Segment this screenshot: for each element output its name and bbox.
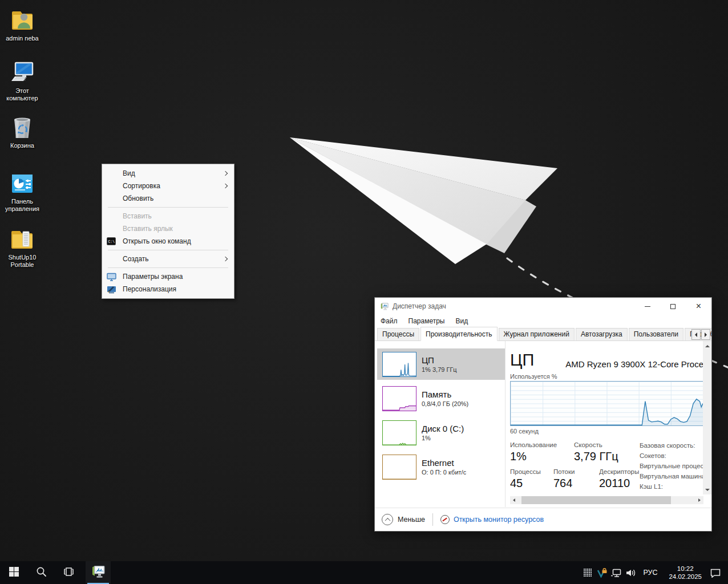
info-label: Виртуальные процессоры: bbox=[640, 461, 704, 471]
cpu-heading: ЦП bbox=[510, 351, 534, 369]
tab-label: Производительность bbox=[426, 330, 492, 338]
chevron-up-circle-icon bbox=[382, 514, 393, 525]
scroll-right-icon[interactable] bbox=[695, 496, 703, 504]
maximize-button[interactable] bbox=[660, 298, 686, 315]
submenu-chevron-icon bbox=[223, 257, 228, 261]
taskbar-task-manager-button[interactable] bbox=[86, 561, 111, 584]
vertical-scrollbar[interactable] bbox=[703, 341, 711, 494]
mini-graph bbox=[382, 352, 416, 377]
desktop-icon-label: admin neba bbox=[0, 35, 45, 42]
desktop-icon-folder-app[interactable]: ShutUp10 Portable bbox=[0, 225, 45, 269]
sidebar-item-memory[interactable]: Память0,8/4,0 ГБ (20%) bbox=[377, 383, 505, 414]
stat-value: 45 bbox=[510, 477, 553, 490]
language-indicator[interactable]: РУС bbox=[638, 569, 662, 577]
hidden-icons-grid-icon[interactable] bbox=[581, 561, 595, 584]
tray-icons bbox=[581, 561, 638, 584]
sidebar-item-disk[interactable]: Диск 0 (C:)1% bbox=[377, 417, 505, 448]
open-resource-monitor-link[interactable]: Открыть монитор ресурсов bbox=[440, 515, 544, 524]
close-button[interactable]: × bbox=[686, 298, 711, 315]
desktop-icon-label: Этот компьютер bbox=[0, 87, 45, 102]
minimize-button[interactable] bbox=[634, 298, 660, 315]
info-label: Сокетов: bbox=[640, 451, 704, 461]
cpu-usage-chart bbox=[510, 381, 703, 426]
scroll-up-icon[interactable] bbox=[703, 342, 711, 350]
tab-scroll-arrows bbox=[691, 329, 710, 340]
network-icon[interactable] bbox=[609, 561, 624, 584]
context-menu-item[interactable]: C:\Открыть окно команд bbox=[102, 235, 234, 248]
stat-cell: Использование1% bbox=[510, 441, 574, 468]
horizontal-scrollbar[interactable] bbox=[510, 496, 703, 504]
context-menu-item[interactable]: Обновить bbox=[102, 192, 234, 205]
context-menu: ВидСортировкаОбновитьВставитьВставить яр… bbox=[102, 164, 234, 299]
hscroll-thumb[interactable] bbox=[521, 496, 671, 504]
sidebar-item-cpu[interactable]: ЦП1% 3,79 ГГц bbox=[377, 348, 505, 380]
tab-5[interactable]: Пользователи bbox=[629, 328, 683, 341]
context-menu-item[interactable]: Создать bbox=[102, 253, 234, 265]
chart-top-label: Используется % bbox=[510, 373, 703, 380]
tab-3[interactable]: Журнал приложений bbox=[499, 328, 575, 341]
menu-item-label: Параметры экрана bbox=[123, 273, 183, 281]
action-center-icon[interactable] bbox=[708, 561, 722, 584]
hscroll-track[interactable] bbox=[518, 496, 695, 504]
stat-value: 764 bbox=[553, 477, 599, 490]
start-icon bbox=[9, 567, 19, 579]
context-menu-item[interactable]: Вид bbox=[102, 167, 234, 180]
context-menu-item[interactable]: Вставить ярлык bbox=[102, 222, 234, 235]
tab-1[interactable]: Процессы bbox=[377, 328, 419, 341]
cpu-stats: Базовая скорость:Сокетов:Виртуальные про… bbox=[510, 441, 703, 496]
tab-2[interactable]: Производительность bbox=[420, 327, 497, 341]
scroll-down-icon[interactable] bbox=[703, 485, 711, 494]
menu-параметры[interactable]: Параметры bbox=[409, 317, 445, 325]
footer-divider bbox=[432, 513, 433, 526]
stat-value: 1% bbox=[510, 450, 574, 463]
context-menu-item[interactable]: Параметры экрана bbox=[102, 270, 234, 283]
fewer-details-button[interactable]: Меньше bbox=[382, 514, 425, 525]
info-label: Базовая скорость: bbox=[640, 440, 704, 451]
sidebar-item-text: EthernetО: 0 П: 0 кбит/с bbox=[422, 458, 466, 476]
sidebar-item-name: ЦП bbox=[422, 355, 457, 365]
recycle-bin-icon bbox=[0, 113, 45, 140]
taskbar-task-view-button[interactable] bbox=[55, 561, 82, 584]
menu-item-icon-slot bbox=[107, 212, 119, 221]
desktop-icon-control-panel[interactable]: Панель управления bbox=[0, 169, 45, 213]
sidebar-item-name: Память bbox=[422, 390, 468, 399]
taskbar-start-button[interactable] bbox=[0, 561, 27, 584]
desktop-icon-recycle-bin[interactable]: Корзина bbox=[0, 113, 45, 149]
context-menu-item[interactable]: Персонализация bbox=[102, 283, 234, 295]
tab-scroll-right-icon[interactable] bbox=[701, 329, 710, 340]
desktop-icon-computer[interactable]: Этот компьютер bbox=[0, 58, 45, 102]
cpu-info-column: Базовая скорость:Сокетов:Виртуальные про… bbox=[640, 440, 704, 492]
clock[interactable]: 10:22 24.02.2025 bbox=[662, 565, 708, 581]
tab-scroll-left-icon[interactable] bbox=[691, 329, 701, 340]
context-menu-item[interactable]: Сортировка bbox=[102, 180, 234, 192]
menu-item-label: Вставить bbox=[123, 212, 152, 220]
veracrypt-icon[interactable] bbox=[595, 561, 609, 584]
menu-файл[interactable]: Файл bbox=[381, 317, 398, 325]
titlebar[interactable]: Диспетчер задач × bbox=[375, 298, 711, 315]
stat-label: Использование bbox=[510, 441, 574, 448]
taskbar-left bbox=[0, 561, 82, 584]
menu-вид[interactable]: Вид bbox=[455, 317, 468, 325]
volume-icon[interactable] bbox=[624, 561, 638, 584]
desktop-icon-user-folder[interactable]: admin neba bbox=[0, 6, 45, 42]
menu-item-label: Персонализация bbox=[123, 285, 176, 293]
menu-separator bbox=[108, 267, 228, 268]
desktop-icon-label: ShutUp10 Portable bbox=[0, 254, 45, 269]
taskbar-search-button[interactable] bbox=[27, 561, 55, 584]
clock-time: 10:22 bbox=[669, 565, 702, 573]
tab-4[interactable]: Автозагрузка bbox=[576, 328, 628, 341]
resource-monitor-label: Открыть монитор ресурсов bbox=[454, 516, 544, 524]
desktop-icon-label: Панель управления bbox=[0, 198, 45, 213]
submenu-chevron-icon bbox=[223, 184, 228, 188]
folder-app-icon bbox=[0, 225, 45, 252]
search-icon bbox=[36, 566, 47, 579]
desktop: admin nebaЭтот компьютерКорзинаПанель уп… bbox=[0, 0, 728, 584]
menu-item-icon-slot bbox=[107, 181, 119, 190]
control-panel-icon bbox=[0, 169, 45, 196]
context-menu-item[interactable]: Вставить bbox=[102, 210, 234, 222]
submenu-chevron-icon bbox=[223, 171, 228, 176]
personalization-icon bbox=[107, 285, 119, 294]
menu-item-icon-slot bbox=[107, 254, 119, 263]
sidebar-item-ethernet[interactable]: EthernetО: 0 П: 0 кбит/с bbox=[377, 451, 505, 482]
scroll-left-icon[interactable] bbox=[510, 496, 518, 504]
